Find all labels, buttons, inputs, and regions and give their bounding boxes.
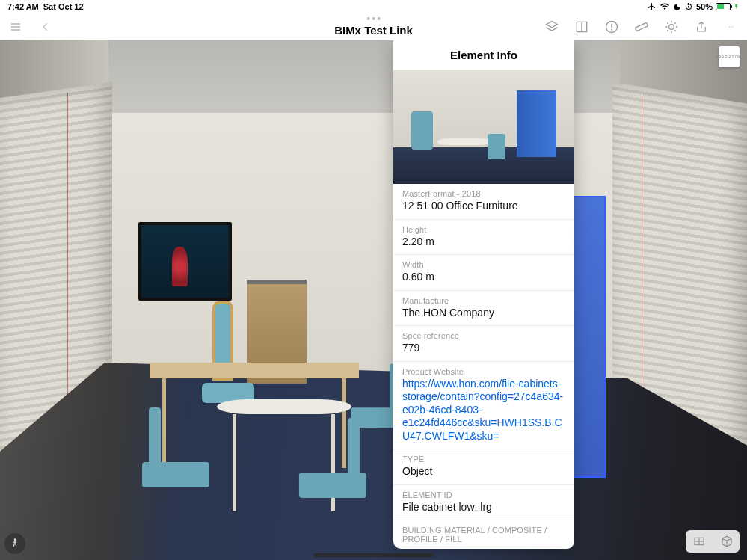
info-field-value: Object	[402, 465, 565, 479]
wifi-icon	[660, 2, 670, 11]
bookmark-icon[interactable]	[574, 19, 590, 35]
info-field: Height2.20 m	[393, 220, 574, 256]
scene-chair	[142, 414, 209, 487]
info-field-label: TYPE	[402, 455, 565, 464]
svg-point-7	[733, 26, 734, 27]
battery-percent: 50%	[696, 2, 713, 11]
toolbar-title-group: BIMx Test Link	[334, 17, 413, 37]
popover-thumbnail[interactable]	[393, 70, 574, 184]
battery-icon	[716, 3, 731, 10]
info-field: Width0.60 m	[393, 255, 574, 291]
more-icon[interactable]	[723, 19, 740, 35]
airplane-mode-icon	[647, 2, 657, 11]
view-3d-button[interactable]	[713, 530, 740, 553]
layers-icon[interactable]	[544, 19, 560, 35]
measure-icon[interactable]	[633, 19, 650, 35]
info-field: TYPEObject	[393, 449, 574, 485]
scene-round-table	[217, 399, 351, 415]
walk-mode-icon[interactable]	[4, 533, 25, 554]
3d-viewport[interactable]: GRAPHISOFT Element Info MasterFormat - 2…	[0, 40, 747, 560]
svg-point-2	[611, 29, 612, 31]
status-date: Sat Oct 12	[43, 2, 84, 11]
svg-point-4	[669, 25, 674, 30]
info-field: Spec reference779	[393, 326, 574, 362]
info-field-link[interactable]: https://www.hon.com/file-cabinets-storag…	[402, 378, 565, 443]
info-field-label: Manufacture	[402, 296, 565, 305]
info-field-value: 12 51 00 Office Furniture	[402, 200, 565, 213]
issues-icon[interactable]	[603, 19, 620, 35]
view-2d-button[interactable]	[686, 530, 713, 553]
info-field: ManufactureThe HON Company	[393, 291, 574, 327]
element-info-popover: Element Info MasterFormat - 201812 51 00…	[393, 40, 574, 549]
scene-desk	[150, 363, 359, 378]
window-grabber-icon[interactable]	[367, 17, 381, 20]
info-field-label: BUILDING MATERIAL / COMPOSITE / PROFILE …	[402, 526, 565, 544]
info-field-label: Height	[402, 225, 565, 234]
rotation-lock-icon	[684, 2, 693, 11]
svg-rect-3	[635, 22, 648, 31]
popover-title: Element Info	[393, 40, 574, 70]
scene-render	[0, 40, 747, 560]
scene-office-chair	[202, 301, 254, 415]
info-field-value: 0.60 m	[402, 271, 565, 284]
share-icon[interactable]	[693, 19, 710, 35]
document-title: BIMx Test Link	[334, 24, 413, 37]
info-field[interactable]: Product Websitehttps://www.hon.com/file-…	[393, 362, 574, 450]
vendor-logo[interactable]: GRAPHISOFT	[719, 46, 740, 67]
charging-icon	[734, 2, 740, 11]
do-not-disturb-icon	[673, 3, 681, 11]
info-field-label: MasterFormat - 2018	[402, 189, 565, 198]
app-toolbar: BIMx Test Link	[0, 13, 747, 40]
svg-point-6	[731, 26, 731, 27]
svg-point-8	[14, 538, 16, 541]
popover-body[interactable]: MasterFormat - 201812 51 00 Office Furni…	[393, 184, 574, 549]
settings-sun-icon[interactable]	[663, 19, 680, 35]
popover-arrow-icon	[574, 233, 574, 248]
info-field-value: 779	[402, 342, 565, 355]
home-indicator[interactable]	[314, 553, 434, 557]
info-field-label: Spec reference	[402, 331, 565, 340]
info-field-label: Width	[402, 260, 565, 269]
info-field-value: 2.20 m	[402, 236, 565, 249]
back-icon[interactable]	[37, 19, 54, 35]
menu-icon[interactable]	[7, 19, 24, 35]
status-time: 7:42 AM	[7, 2, 39, 11]
ios-status-bar: 7:42 AM Sat Oct 12 50%	[0, 0, 747, 13]
svg-rect-0	[688, 6, 689, 8]
info-field-value: File cabinet low: lrg	[402, 501, 565, 514]
scene-tv	[138, 222, 232, 300]
svg-point-5	[729, 26, 730, 27]
info-field: BUILDING MATERIAL / COMPOSITE / PROFILE …	[393, 520, 574, 544]
info-field-label: Product Website	[402, 367, 565, 376]
info-field-label: ELEMENT ID	[402, 490, 565, 499]
view-mode-switch	[686, 530, 740, 553]
info-field-value: The HON Company	[402, 307, 565, 320]
info-field: ELEMENT IDFile cabinet low: lrg	[393, 485, 574, 521]
scene-chair	[299, 425, 366, 497]
info-field: MasterFormat - 201812 51 00 Office Furni…	[393, 184, 574, 220]
